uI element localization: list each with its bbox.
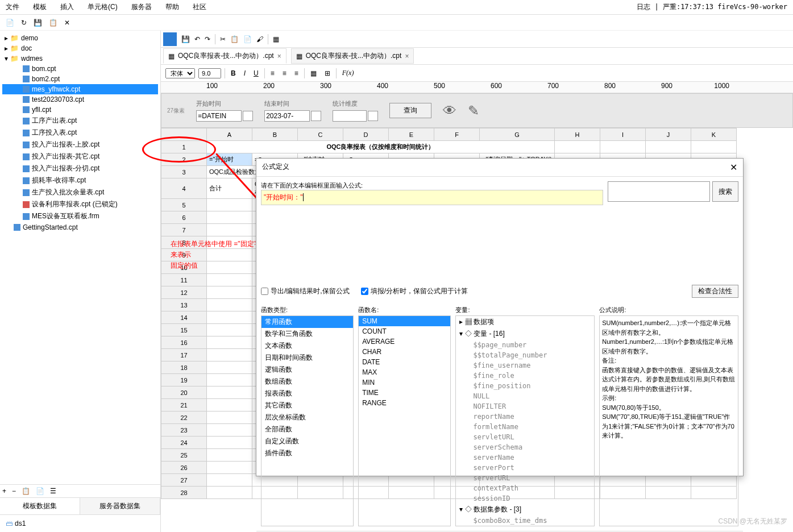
search-input[interactable] (608, 181, 710, 202)
folder-wdmes[interactable]: ▾wdmes (2, 53, 158, 64)
menu-cell[interactable]: 单元格(C) (88, 2, 118, 12)
tree-leaf[interactable]: $$page_number (456, 340, 594, 350)
tree-leaf[interactable]: serverName (456, 452, 594, 463)
tree-leaf[interactable]: servletURL (456, 432, 594, 442)
refresh-icon[interactable]: ↻ (21, 19, 27, 27)
tree-leaf[interactable]: $fine_role (456, 371, 594, 381)
tree-leaf[interactable]: NULL (456, 391, 594, 401)
list-item[interactable]: 日期和时间函数 (261, 352, 353, 364)
brush-icon[interactable]: 🖌 (256, 35, 263, 43)
list-item[interactable]: 全部函数 (261, 423, 353, 435)
file-item[interactable]: MES设备互联看板.frm (2, 210, 158, 222)
pencil-icon[interactable]: ✎ (468, 103, 479, 119)
list-icon[interactable]: ☰ (50, 487, 56, 495)
list-item[interactable]: DATE (359, 357, 450, 367)
list-item[interactable]: 报表函数 (261, 388, 353, 400)
search-button[interactable]: 搜索 (712, 181, 738, 202)
file-item[interactable]: test20230703.cpt (2, 94, 158, 105)
doc-tab-active[interactable]: ▦ OQC良率报表-技...中勿动）.cpt × (163, 48, 287, 64)
tree-leaf[interactable]: reportName (456, 412, 594, 422)
file-item[interactable]: 生产投入批次余量表.cpt (2, 186, 158, 198)
minus-icon[interactable]: − (12, 487, 16, 495)
file-item[interactable]: 投入产出报表-其它.cpt (2, 151, 158, 163)
list-item[interactable]: 常用函数 (261, 316, 353, 328)
preview-icon[interactable]: ▦ (273, 35, 279, 43)
align-left-button[interactable]: ≡ (268, 69, 277, 77)
font-name-select[interactable]: 宋体 (165, 68, 195, 78)
formula-editor[interactable]: "开始时间：" (261, 190, 603, 205)
file-item-selected[interactable]: mes_yfhwck.cpt (2, 84, 158, 94)
tree-leaf[interactable]: formletName (456, 422, 594, 432)
copy-icon[interactable]: 📋 (230, 35, 239, 43)
cell-a2[interactable]: ="开始时 (207, 153, 252, 166)
list-item[interactable]: TIME (359, 388, 450, 398)
list-item[interactable]: 层次坐标函数 (261, 412, 353, 423)
list-item[interactable]: 自定义函数 (261, 435, 353, 447)
tree-leaf[interactable]: NOFILTER (456, 401, 594, 412)
dropdown-icon[interactable] (368, 111, 378, 121)
tab-server-dataset[interactable]: 服务器数据集 (80, 498, 160, 514)
func-name-list[interactable]: SUM COUNT AVERAGE CHAR DATE MAX MIN TIME… (358, 315, 451, 526)
border-button[interactable]: ▦ (308, 69, 319, 77)
tree-node[interactable]: ▾ ◇ 变量 - [16] (456, 328, 594, 340)
list-item[interactable]: COUNT (359, 326, 450, 336)
tree-leaf[interactable]: contextPath (456, 483, 594, 493)
tree-leaf[interactable]: serverSchema (456, 442, 594, 452)
underline-button[interactable]: U (251, 69, 261, 77)
cut-icon[interactable]: ✂ (220, 35, 226, 43)
dimension-input[interactable] (333, 110, 367, 122)
file-item[interactable]: 投入产出报表-分切.cpt (2, 163, 158, 174)
cell-a4[interactable]: 合计 (207, 178, 252, 199)
tree-leaf[interactable]: $comboBox_time_dms (456, 516, 594, 526)
cell-title[interactable]: OQC良率报表（仅按维度和时间统计） (207, 141, 555, 153)
list-item[interactable]: AVERAGE (359, 336, 450, 347)
new-icon[interactable]: 📄 (6, 19, 14, 27)
list-item[interactable]: 文本函数 (261, 340, 353, 352)
align-center-button[interactable]: ≡ (280, 69, 289, 77)
file-item[interactable]: 损耗率-收得率.cpt (2, 174, 158, 186)
menu-template[interactable]: 模板 (33, 2, 47, 12)
list-item[interactable]: 逻辑函数 (261, 364, 353, 376)
add-icon[interactable]: + (2, 487, 6, 495)
file-item[interactable]: yfll.cpt (2, 105, 158, 115)
menu-help[interactable]: 帮助 (165, 2, 179, 12)
list-item[interactable]: 插件函数 (261, 447, 353, 459)
file-item[interactable]: 工序投入表.cpt (2, 127, 158, 139)
copy-icon[interactable]: 📋 (49, 19, 57, 27)
list-item[interactable]: RANGE (359, 398, 450, 408)
start-date-input[interactable] (196, 110, 242, 122)
tree-leaf[interactable]: sessionID (456, 493, 594, 504)
menu-server[interactable]: 服务器 (131, 2, 152, 12)
menu-file[interactable]: 文件 (6, 2, 19, 12)
folder-demo[interactable]: ▸demo (2, 33, 158, 43)
menu-insert[interactable]: 插入 (60, 2, 74, 12)
save-icon[interactable]: 💾 (34, 19, 42, 27)
font-size-input[interactable] (198, 68, 221, 78)
folder-doc[interactable]: ▸doc (2, 43, 158, 53)
fx-button[interactable]: F(x) (340, 69, 356, 77)
list-item[interactable]: CHAR (359, 347, 450, 357)
close-icon[interactable]: ✕ (64, 19, 70, 27)
copy-icon[interactable]: 📋 (22, 487, 30, 495)
query-button[interactable]: 查询 (389, 103, 431, 118)
doc-tab[interactable]: ▦ OQC良率报表-技...中勿动）.cpt × (291, 48, 414, 64)
calendar-icon[interactable] (243, 111, 253, 121)
merge-button[interactable]: ⊞ (322, 69, 333, 77)
list-item[interactable]: MAX (359, 367, 450, 377)
paste-icon[interactable]: 📄 (243, 35, 252, 43)
tree-leaf[interactable]: $fine_username (456, 360, 594, 371)
tree-leaf[interactable]: serverPort (456, 463, 594, 473)
eye-slash-icon[interactable]: 👁 (443, 103, 456, 119)
undo-icon[interactable]: ↶ (194, 35, 200, 43)
redo-icon[interactable]: ↷ (205, 35, 210, 43)
bold-button[interactable]: B (229, 69, 238, 77)
variable-tree[interactable]: ▸ ▦ 数据项 ▾ ◇ 变量 - [16] $$page_number $$to… (455, 315, 595, 526)
save-icon[interactable]: 💾 (181, 35, 190, 43)
italic-button[interactable]: I (242, 69, 248, 77)
tab-template-dataset[interactable]: 模板数据集 (0, 498, 80, 514)
file-item[interactable]: bom.cpt (2, 64, 158, 74)
end-date-input[interactable] (264, 110, 310, 122)
file-item[interactable]: 投入产出报表-上胶.cpt (2, 139, 158, 151)
align-right-button[interactable]: ≡ (292, 69, 301, 77)
check-validity-button[interactable]: 检查合法性 (692, 285, 738, 298)
